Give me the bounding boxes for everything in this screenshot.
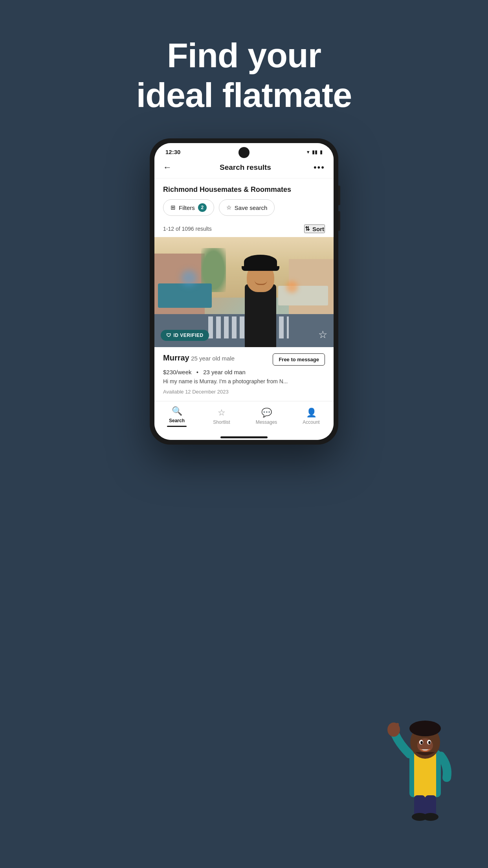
age-detail-label: 23 year old man [203, 369, 246, 375]
svg-point-8 [428, 741, 431, 744]
account-nav-label: Account [303, 419, 319, 425]
search-nav-label: Search [169, 418, 185, 423]
back-button[interactable]: ← [163, 162, 177, 173]
results-bar: 1-12 of 1096 results ⇅ Sort [154, 221, 334, 237]
nav-item-account[interactable]: 👤 Account [297, 408, 325, 425]
profile-photo: 🛡 ID VERIFIED ☆ [154, 237, 334, 347]
wifi-icon: ▾ [307, 149, 310, 155]
profile-price-row: $230/week • 23 year old man [163, 369, 325, 375]
character-illustration [386, 687, 464, 821]
phone-mockup: 12:30 ▾ ▮▮ ▮ ← Search results ••• Richmo… [150, 138, 338, 445]
svg-rect-12 [396, 723, 399, 731]
shortlist-nav-icon: ☆ [218, 408, 226, 418]
nav-active-indicator [167, 426, 187, 427]
filter-row: ⊞ Filters 2 ☆ Save search [163, 199, 325, 216]
svg-rect-11 [393, 723, 395, 731]
filters-icon: ⊞ [171, 204, 176, 211]
signal-icon: ▮▮ [312, 149, 317, 155]
status-bar: 12:30 ▾ ▮▮ ▮ [154, 143, 334, 158]
sort-icon: ⇅ [305, 225, 310, 232]
battery-icon: ▮ [320, 149, 323, 155]
person-body [245, 284, 276, 347]
profile-available: Available 12 December 2023 [163, 389, 325, 395]
verified-label: ID VERIFIED [174, 333, 204, 338]
shortlist-nav-label: Shortlist [213, 419, 230, 425]
profile-info: Murray 25 year old male Free to message … [154, 347, 334, 401]
nav-item-messages[interactable]: 💬 Messages [253, 408, 280, 425]
search-nav-icon: 🔍 [172, 406, 182, 416]
save-search-button[interactable]: ☆ Save search [219, 199, 275, 216]
camera-notch [238, 147, 250, 158]
status-icons: ▾ ▮▮ ▮ [307, 149, 323, 155]
volume-down-button [338, 211, 340, 231]
sort-label: Sort [312, 226, 324, 232]
search-location-title: Richmond Housemates & Roommates [163, 186, 325, 194]
bottom-nav: 🔍 Search ☆ Shortlist 💬 Messages 👤 Accoun… [154, 401, 334, 433]
home-indicator [154, 433, 334, 440]
svg-point-7 [420, 741, 423, 744]
results-count: 1-12 of 1096 results [163, 226, 212, 232]
filters-button[interactable]: ⊞ Filters 2 [163, 199, 214, 216]
profile-age-label: 25 year old male [191, 355, 235, 362]
messages-nav-label: Messages [256, 419, 277, 425]
volume-up-button [338, 186, 340, 205]
favorite-button[interactable]: ☆ [318, 329, 327, 341]
dot-separator: • [196, 369, 198, 375]
sort-button[interactable]: ⇅ Sort [304, 224, 325, 233]
hero-title: Find yourideal flatmate [136, 35, 352, 115]
id-verified-badge: 🛡 ID VERIFIED [161, 330, 209, 341]
profile-card[interactable]: 🛡 ID VERIFIED ☆ Murray 25 year old male … [154, 237, 334, 401]
person-illustration [233, 249, 288, 347]
search-section: Richmond Housemates & Roommates ⊞ Filter… [154, 178, 334, 221]
star-icon: ☆ [226, 204, 231, 211]
shield-icon: 🛡 [166, 333, 171, 338]
bus-decoration [158, 283, 212, 308]
svg-point-16 [423, 813, 438, 821]
nav-item-shortlist[interactable]: ☆ Shortlist [208, 408, 235, 425]
status-time: 12:30 [165, 149, 180, 155]
phone-screen: 12:30 ▾ ▮▮ ▮ ← Search results ••• Richmo… [154, 143, 334, 440]
home-bar [220, 436, 268, 438]
nav-item-search[interactable]: 🔍 Search [163, 406, 191, 427]
svg-point-3 [409, 721, 441, 736]
person-cap-brim [242, 266, 279, 271]
filters-label: Filters [179, 204, 195, 211]
profile-name-row: Murray 25 year old male Free to message [163, 353, 325, 366]
profile-name-group: Murray 25 year old male [163, 353, 235, 362]
save-search-label: Save search [235, 204, 267, 211]
account-nav-icon: 👤 [306, 408, 317, 418]
message-button[interactable]: Free to message [273, 353, 325, 366]
phone-outer: 12:30 ▾ ▮▮ ▮ ← Search results ••• Richmo… [150, 138, 338, 445]
more-options-button[interactable]: ••• [314, 162, 325, 173]
character-svg [386, 687, 464, 821]
svg-rect-10 [389, 724, 392, 732]
price-label: $230/week [163, 369, 192, 375]
messages-nav-icon: 💬 [261, 408, 272, 418]
app-header: ← Search results ••• [154, 158, 334, 178]
page-title: Search results [220, 163, 271, 172]
filters-count-badge: 2 [198, 203, 207, 212]
profile-name: Murray [163, 353, 189, 362]
profile-bio: Hi my name is Murray. I'm a photographer… [163, 378, 325, 386]
